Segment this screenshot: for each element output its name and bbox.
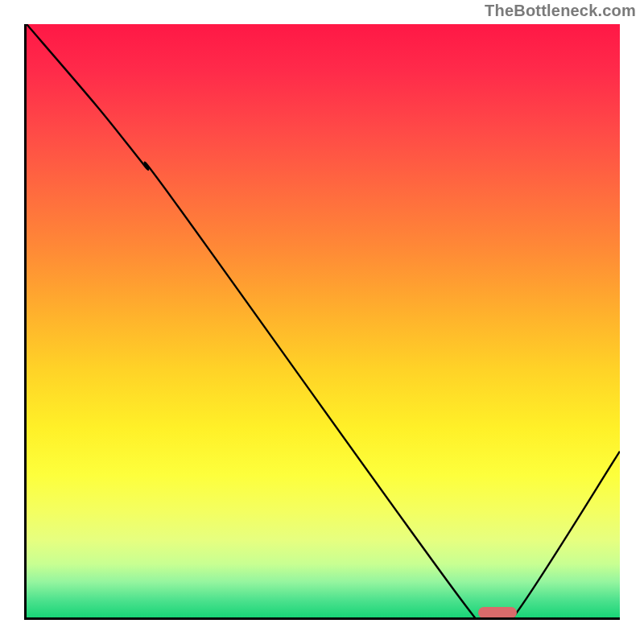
watermark-text: TheBottleneck.com <box>485 2 636 20</box>
chart-container: TheBottleneck.com <box>0 0 644 644</box>
plot-area <box>24 24 620 620</box>
optimal-marker <box>478 607 517 618</box>
bottleneck-curve <box>27 24 620 617</box>
